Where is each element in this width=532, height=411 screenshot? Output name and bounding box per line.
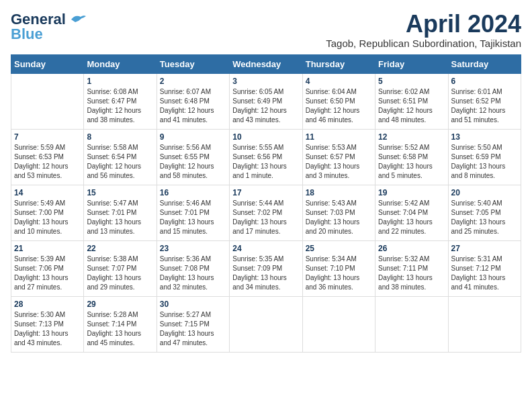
calendar-week-row: 1Sunrise: 6:08 AMSunset: 6:47 PMDaylight… xyxy=(11,73,521,129)
day-number: 15 xyxy=(87,188,153,197)
day-info: Sunrise: 5:36 AMSunset: 7:08 PMDaylight:… xyxy=(160,255,226,292)
day-info: Sunrise: 5:53 AMSunset: 6:57 PMDaylight:… xyxy=(306,143,372,181)
month-year-title: April 2024 xyxy=(326,11,521,38)
day-info: Sunrise: 5:55 AMSunset: 6:56 PMDaylight:… xyxy=(232,143,299,181)
day-number: 30 xyxy=(160,300,226,309)
day-info: Sunrise: 5:43 AMSunset: 7:03 PMDaylight:… xyxy=(306,199,372,236)
day-info: Sunrise: 5:27 AMSunset: 7:15 PMDaylight:… xyxy=(160,310,226,348)
calendar-cell: 27Sunrise: 5:31 AMSunset: 7:12 PMDayligh… xyxy=(448,240,521,296)
day-number: 11 xyxy=(306,132,372,142)
day-number: 10 xyxy=(232,132,299,142)
calendar-cell xyxy=(11,73,84,129)
calendar-cell: 1Sunrise: 6:08 AMSunset: 6:47 PMDaylight… xyxy=(84,73,157,129)
day-number: 19 xyxy=(378,188,445,197)
calendar-cell xyxy=(375,296,448,352)
day-number: 20 xyxy=(451,188,518,197)
day-info: Sunrise: 5:44 AMSunset: 7:02 PMDaylight:… xyxy=(232,199,299,236)
calendar-cell: 21Sunrise: 5:39 AMSunset: 7:06 PMDayligh… xyxy=(11,240,84,296)
day-number: 14 xyxy=(14,188,81,197)
calendar-cell xyxy=(448,296,521,352)
day-number: 17 xyxy=(232,188,299,197)
day-info: Sunrise: 5:31 AMSunset: 7:12 PMDaylight:… xyxy=(451,255,518,292)
day-number: 3 xyxy=(232,77,299,86)
calendar-cell: 19Sunrise: 5:42 AMSunset: 7:04 PMDayligh… xyxy=(375,185,448,240)
day-info: Sunrise: 5:38 AMSunset: 7:07 PMDaylight:… xyxy=(87,255,153,292)
calendar-cell: 16Sunrise: 5:46 AMSunset: 7:01 PMDayligh… xyxy=(157,185,229,240)
day-info: Sunrise: 5:32 AMSunset: 7:11 PMDaylight:… xyxy=(378,255,445,292)
calendar-week-row: 7Sunrise: 5:59 AMSunset: 6:53 PMDaylight… xyxy=(11,129,521,185)
calendar-cell: 29Sunrise: 5:28 AMSunset: 7:14 PMDayligh… xyxy=(84,296,157,352)
day-number: 25 xyxy=(306,244,372,253)
day-info: Sunrise: 5:52 AMSunset: 6:58 PMDaylight:… xyxy=(378,143,445,181)
calendar-cell: 2Sunrise: 6:07 AMSunset: 6:48 PMDaylight… xyxy=(157,73,229,129)
weekday-header-thursday: Thursday xyxy=(302,54,375,73)
day-info: Sunrise: 5:30 AMSunset: 7:13 PMDaylight:… xyxy=(14,310,81,348)
calendar-cell xyxy=(230,296,302,352)
calendar-cell: 12Sunrise: 5:52 AMSunset: 6:58 PMDayligh… xyxy=(375,129,448,185)
weekday-header-wednesday: Wednesday xyxy=(230,54,302,73)
day-number: 1 xyxy=(87,77,153,86)
title-block: April 2024 Tagob, Republican Subordinati… xyxy=(326,11,521,49)
day-number: 6 xyxy=(451,77,518,86)
day-info: Sunrise: 6:01 AMSunset: 6:52 PMDaylight:… xyxy=(451,87,518,125)
day-number: 22 xyxy=(87,244,153,253)
day-info: Sunrise: 5:50 AMSunset: 6:59 PMDaylight:… xyxy=(451,143,518,181)
weekday-header-friday: Friday xyxy=(375,54,448,73)
logo: General Blue xyxy=(11,11,87,43)
day-number: 13 xyxy=(451,132,518,142)
calendar-cell: 6Sunrise: 6:01 AMSunset: 6:52 PMDaylight… xyxy=(448,73,521,129)
day-number: 23 xyxy=(160,244,226,253)
day-number: 8 xyxy=(87,132,153,142)
calendar-cell: 14Sunrise: 5:49 AMSunset: 7:00 PMDayligh… xyxy=(11,185,84,240)
logo-bird-icon xyxy=(69,13,87,26)
day-info: Sunrise: 5:35 AMSunset: 7:09 PMDaylight:… xyxy=(232,255,299,292)
weekday-header-row: SundayMondayTuesdayWednesdayThursdayFrid… xyxy=(11,54,521,73)
calendar-cell: 15Sunrise: 5:47 AMSunset: 7:01 PMDayligh… xyxy=(84,185,157,240)
calendar-cell: 17Sunrise: 5:44 AMSunset: 7:02 PMDayligh… xyxy=(230,185,302,240)
calendar-cell: 22Sunrise: 5:38 AMSunset: 7:07 PMDayligh… xyxy=(84,240,157,296)
day-number: 27 xyxy=(451,244,518,253)
day-number: 5 xyxy=(378,77,445,86)
calendar-cell: 8Sunrise: 5:58 AMSunset: 6:54 PMDaylight… xyxy=(84,129,157,185)
day-number: 9 xyxy=(160,132,226,142)
calendar-cell: 4Sunrise: 6:04 AMSunset: 6:50 PMDaylight… xyxy=(302,73,375,129)
calendar-cell: 9Sunrise: 5:56 AMSunset: 6:55 PMDaylight… xyxy=(157,129,229,185)
calendar-week-row: 28Sunrise: 5:30 AMSunset: 7:13 PMDayligh… xyxy=(11,296,521,352)
day-info: Sunrise: 5:34 AMSunset: 7:10 PMDaylight:… xyxy=(306,255,372,292)
page-header: General Blue April 2024 Tagob, Republica… xyxy=(11,11,521,49)
weekday-header-tuesday: Tuesday xyxy=(157,54,229,73)
day-number: 16 xyxy=(160,188,226,197)
calendar-cell: 5Sunrise: 6:02 AMSunset: 6:51 PMDaylight… xyxy=(375,73,448,129)
day-number: 29 xyxy=(87,300,153,309)
day-info: Sunrise: 5:39 AMSunset: 7:06 PMDaylight:… xyxy=(14,255,81,292)
day-info: Sunrise: 6:07 AMSunset: 6:48 PMDaylight:… xyxy=(160,87,226,125)
calendar-week-row: 14Sunrise: 5:49 AMSunset: 7:00 PMDayligh… xyxy=(11,185,521,240)
calendar-cell: 30Sunrise: 5:27 AMSunset: 7:15 PMDayligh… xyxy=(157,296,229,352)
location-subtitle: Tagob, Republican Subordination, Tajikis… xyxy=(326,38,521,49)
day-info: Sunrise: 5:40 AMSunset: 7:05 PMDaylight:… xyxy=(451,199,518,236)
day-info: Sunrise: 5:28 AMSunset: 7:14 PMDaylight:… xyxy=(87,310,153,348)
day-number: 12 xyxy=(378,132,445,142)
calendar-cell: 3Sunrise: 6:05 AMSunset: 6:49 PMDaylight… xyxy=(230,73,302,129)
day-info: Sunrise: 5:42 AMSunset: 7:04 PMDaylight:… xyxy=(378,199,445,236)
calendar-week-row: 21Sunrise: 5:39 AMSunset: 7:06 PMDayligh… xyxy=(11,240,521,296)
calendar-cell: 26Sunrise: 5:32 AMSunset: 7:11 PMDayligh… xyxy=(375,240,448,296)
calendar-cell: 28Sunrise: 5:30 AMSunset: 7:13 PMDayligh… xyxy=(11,296,84,352)
calendar-cell: 25Sunrise: 5:34 AMSunset: 7:10 PMDayligh… xyxy=(302,240,375,296)
calendar-cell: 7Sunrise: 5:59 AMSunset: 6:53 PMDaylight… xyxy=(11,129,84,185)
day-info: Sunrise: 5:49 AMSunset: 7:00 PMDaylight:… xyxy=(14,199,81,236)
day-info: Sunrise: 5:46 AMSunset: 7:01 PMDaylight:… xyxy=(160,199,226,236)
day-number: 24 xyxy=(232,244,299,253)
weekday-header-sunday: Sunday xyxy=(11,54,84,73)
day-number: 21 xyxy=(14,244,81,253)
day-info: Sunrise: 6:08 AMSunset: 6:47 PMDaylight:… xyxy=(87,87,153,125)
day-number: 4 xyxy=(306,77,372,86)
calendar-cell: 10Sunrise: 5:55 AMSunset: 6:56 PMDayligh… xyxy=(230,129,302,185)
day-info: Sunrise: 5:47 AMSunset: 7:01 PMDaylight:… xyxy=(87,199,153,236)
logo-blue: Blue xyxy=(11,26,43,43)
calendar-cell: 24Sunrise: 5:35 AMSunset: 7:09 PMDayligh… xyxy=(230,240,302,296)
weekday-header-monday: Monday xyxy=(84,54,157,73)
day-number: 28 xyxy=(14,300,81,309)
calendar-cell: 20Sunrise: 5:40 AMSunset: 7:05 PMDayligh… xyxy=(448,185,521,240)
calendar-cell: 13Sunrise: 5:50 AMSunset: 6:59 PMDayligh… xyxy=(448,129,521,185)
